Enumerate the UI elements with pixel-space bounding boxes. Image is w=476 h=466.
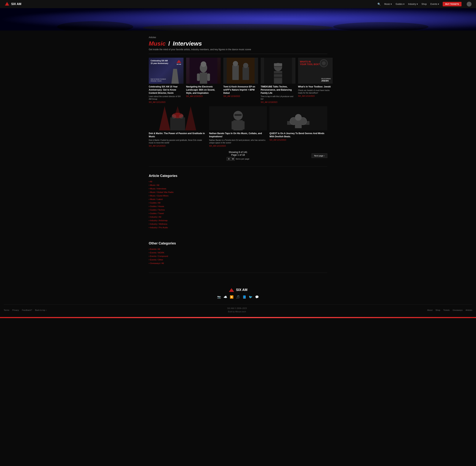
cat-music-all[interactable]: Music / All [149, 184, 159, 186]
about-link[interactable]: About [427, 309, 432, 311]
other-categories-title: Other Categories [149, 242, 327, 245]
card6-image [149, 106, 207, 130]
giveaways-link[interactable]: Giveaways [453, 309, 463, 311]
svg-point-18 [243, 63, 249, 68]
terms-link[interactable]: Terms [4, 309, 9, 311]
cat-guides-all[interactable]: Guides / All [149, 202, 160, 204]
list-item: Music / Latest [149, 198, 327, 200]
feedback-link[interactable]: Feedback? [22, 309, 32, 311]
svg-rect-22 [274, 63, 282, 66]
back-to-top-link[interactable]: Back to top ↑ [35, 309, 47, 311]
list-item: Guides / House [149, 205, 327, 208]
card8-meta: SIX_AM 12/12/2023 [269, 139, 327, 141]
list-item: Music / Global Vibe Radio [149, 191, 327, 193]
card2-title: Navigating the Electronic Landscape: BII… [186, 85, 221, 94]
search-icon[interactable]: 🔍 [377, 3, 381, 6]
articles-link[interactable]: Articles [465, 309, 472, 311]
pagination: Showing 8 of 141 Page 1 of 18 8 16 32 It… [149, 151, 327, 161]
tickets-link[interactable]: Tickets [443, 309, 450, 311]
article-card-6[interactable]: Dok & Martin: The Power of Passion and G… [149, 106, 207, 147]
spotify-icon[interactable]: 🎵 [236, 295, 240, 299]
cat-industry-artistmap[interactable]: Industry / Artistmap [149, 219, 168, 221]
cat-music-gvr[interactable]: Music / Global Vibe Radio [149, 191, 173, 193]
twitter-icon[interactable]: 🐦 [249, 295, 252, 299]
nav-guides[interactable]: Guides ▾ [396, 3, 404, 5]
privacy-link[interactable]: Privacy [12, 309, 19, 311]
user-avatar[interactable] [467, 2, 472, 7]
card1-person [170, 69, 180, 84]
page-description: Get inside the mind of your favorite art… [149, 48, 327, 54]
discord-icon[interactable]: 💬 [255, 295, 259, 299]
cat-industry-all[interactable]: Industry / All [149, 216, 161, 218]
cat-events-compound[interactable]: Events / Compound [149, 255, 168, 257]
site-logo[interactable]: SIX AM [4, 1, 21, 7]
footer-right-links: About Shop Tickets Giveaways Articles [427, 309, 472, 311]
instagram-icon[interactable]: 📷 [217, 295, 221, 299]
article-card-7[interactable]: Nathan Barato Taps In On His Music, Coll… [209, 106, 267, 147]
items-per-page-select[interactable]: 8 16 32 [227, 157, 235, 161]
list-item: Guides / Techno [149, 208, 327, 211]
card1-logo: SIX AM [176, 59, 182, 65]
next-page-button[interactable]: Next page › [312, 153, 327, 158]
cat-events-other[interactable]: Events / Other [149, 259, 163, 261]
list-item: Industry / Artistmap [149, 219, 327, 222]
svg-rect-41 [234, 114, 242, 116]
footer-logo: SIX AM [4, 288, 472, 292]
cat-industry-wellness[interactable]: Industry / Wellness [149, 223, 167, 225]
footer-left-links: Terms Privacy Feedback? Back to top ↑ [4, 309, 47, 311]
svg-rect-17 [243, 67, 249, 80]
list-item: Giveaways / All [149, 262, 327, 265]
svg-marker-51 [229, 288, 234, 292]
card8-title: QUEST Is On A Journey To Bend Genres And… [269, 132, 327, 138]
footer-logo-text: SIX AM [236, 288, 247, 292]
svg-rect-10 [200, 72, 207, 84]
facebook-icon[interactable]: 📘 [242, 295, 246, 299]
svg-point-16 [233, 61, 238, 66]
list-item: Guides / Travel [149, 212, 327, 215]
cat-all[interactable]: All [149, 180, 152, 183]
article-card-1[interactable]: Celebrating SIX AM15 year Anniversary SI… [149, 58, 183, 103]
article-card-5[interactable]: WHATS INYOUR TOOL BOX? FEATURINGJOESKI W… [298, 58, 333, 103]
shop-link[interactable]: Shop [435, 309, 440, 311]
svg-rect-27 [274, 77, 282, 78]
article-card-8[interactable]: QUEST Is On A Journey To Bend Genres And… [269, 106, 327, 147]
youtube-icon[interactable]: ▶️ [230, 295, 234, 299]
items-per-page-label: Items per page [236, 158, 249, 160]
logo-icon [4, 1, 10, 7]
soundcloud-icon[interactable]: ☁️ [224, 295, 227, 299]
list-item: Industry / Wellness [149, 222, 327, 225]
items-per-page-control[interactable]: 8 16 32 Items per page [227, 157, 249, 161]
cat-guides-techno[interactable]: Guides / Techno [149, 209, 165, 211]
cat-industry-pro-audio[interactable]: Industry / Pro Audio [149, 226, 168, 229]
card1-overlay-text: Celebrating SIX AM15 year Anniversary [151, 59, 168, 65]
featuring-text: FEATURINGJOESKI [321, 78, 331, 82]
nav-shop[interactable]: Shop [421, 3, 427, 5]
page-title-music: Music [149, 40, 166, 47]
list-item: All [149, 180, 327, 183]
buy-tickets-button[interactable]: Buy Tickets [443, 2, 462, 6]
card3-image [223, 58, 258, 84]
cat-events-all[interactable]: Events / All [149, 248, 160, 250]
nav-industry[interactable]: Industry ▾ [408, 3, 418, 5]
cat-giveaways-all[interactable]: Giveaways / All [149, 262, 164, 264]
page-title: Music / Interviews [149, 40, 327, 47]
nav-music[interactable]: Music ▾ [384, 3, 392, 5]
cat-guides-travel[interactable]: Guides / Travel [149, 212, 164, 214]
card6-title: Dok & Martin: The Power of Passion and G… [149, 132, 207, 138]
cat-music-guest-mixes[interactable]: Music / Guest Mixes [149, 195, 169, 197]
article-card-3[interactable]: Tomi & Kesh Announce EP on wAFF's Nature… [223, 58, 258, 103]
svg-point-4 [57, 21, 133, 31]
card3-title: Tomi & Kesh Announce EP on wAFF's Nature… [223, 85, 258, 94]
article-card-4[interactable]: TIMEKUBE Talks Techno, Perseverance, and… [261, 58, 295, 103]
other-categories-list: Events / All Events / WORK Events / Comp… [149, 248, 327, 265]
card7-title: Nathan Barato Taps In On His Music, Coll… [209, 132, 267, 138]
cat-guides-house[interactable]: Guides / House [149, 205, 164, 207]
cat-music-interviews[interactable]: Music / Interviews [149, 187, 166, 190]
nav-events[interactable]: Events ▾ [431, 3, 439, 5]
list-item: Guides / All [149, 201, 327, 204]
card4-meta: SIX_AM 12/18/2023 [261, 101, 295, 103]
card2-image [186, 58, 221, 84]
cat-events-work[interactable]: Events / WORK [149, 252, 164, 254]
cat-music-latest[interactable]: Music / Latest [149, 198, 163, 200]
article-card-2[interactable]: Navigating the Electronic Landscape: BII… [186, 58, 221, 103]
